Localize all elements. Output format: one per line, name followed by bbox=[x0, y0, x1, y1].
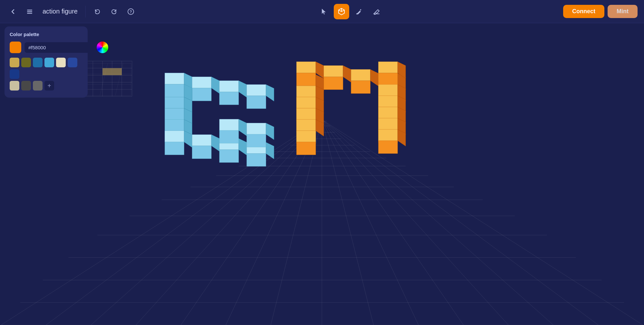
svg-rect-2 bbox=[27, 13, 32, 14]
color-input-row bbox=[10, 42, 82, 53]
svg-marker-54 bbox=[219, 92, 239, 105]
svg-marker-63 bbox=[165, 119, 184, 131]
svg-line-7 bbox=[339, 10, 341, 12]
svg-marker-53 bbox=[219, 81, 239, 92]
swatch-olive[interactable] bbox=[21, 58, 31, 67]
svg-marker-85 bbox=[296, 62, 316, 73]
svg-line-18 bbox=[322, 119, 373, 325]
svg-marker-91 bbox=[296, 97, 316, 108]
redo-button[interactable] bbox=[108, 5, 120, 18]
hex-input[interactable] bbox=[24, 42, 93, 53]
swatch-navy[interactable] bbox=[68, 58, 77, 67]
svg-point-9 bbox=[356, 13, 358, 14]
erase-tool[interactable] bbox=[369, 4, 384, 19]
svg-marker-112 bbox=[378, 62, 398, 73]
svg-marker-58 bbox=[266, 84, 274, 101]
svg-marker-113 bbox=[378, 73, 398, 86]
svg-marker-124 bbox=[378, 118, 398, 129]
color-wheel-button[interactable] bbox=[97, 42, 108, 53]
current-color-swatch[interactable] bbox=[10, 42, 21, 53]
svg-marker-107 bbox=[351, 81, 370, 93]
svg-marker-48 bbox=[165, 84, 184, 97]
svg-marker-47 bbox=[165, 73, 184, 84]
thumbnail-preview bbox=[83, 61, 132, 97]
swatch-blue-dark[interactable] bbox=[33, 58, 43, 67]
svg-marker-68 bbox=[165, 142, 184, 155]
svg-marker-78 bbox=[266, 142, 274, 159]
toolbar: action figure ? bbox=[0, 0, 644, 23]
svg-marker-61 bbox=[165, 108, 184, 119]
svg-marker-70 bbox=[192, 135, 211, 146]
connect-button[interactable]: Connect bbox=[563, 5, 604, 18]
swatch-golden[interactable] bbox=[10, 58, 19, 67]
swatch-gray[interactable] bbox=[33, 81, 43, 91]
svg-marker-79 bbox=[219, 119, 239, 130]
svg-marker-52 bbox=[211, 77, 219, 93]
svg-marker-51 bbox=[192, 88, 211, 101]
svg-marker-82 bbox=[247, 123, 266, 134]
svg-marker-55 bbox=[239, 81, 247, 97]
palette-swatches-2: + bbox=[10, 81, 82, 91]
swatch-light-blue[interactable] bbox=[44, 58, 54, 67]
paint-tool[interactable] bbox=[351, 4, 367, 19]
svg-marker-80 bbox=[219, 130, 239, 143]
letter-g bbox=[165, 73, 274, 167]
svg-marker-86 bbox=[296, 73, 316, 86]
select-tool[interactable] bbox=[316, 4, 332, 19]
svg-marker-72 bbox=[211, 135, 219, 151]
cube-tool[interactable] bbox=[334, 4, 349, 19]
svg-rect-1 bbox=[27, 11, 32, 12]
svg-marker-75 bbox=[239, 139, 247, 155]
add-color-button[interactable]: + bbox=[44, 81, 54, 91]
svg-marker-115 bbox=[378, 84, 398, 96]
toolbar-center bbox=[141, 4, 559, 19]
back-button[interactable] bbox=[6, 5, 19, 18]
svg-marker-83 bbox=[247, 134, 266, 147]
project-name: action figure bbox=[40, 8, 80, 15]
swatch-dark-gray[interactable] bbox=[21, 81, 31, 91]
undo-button[interactable] bbox=[91, 5, 104, 18]
svg-marker-103 bbox=[324, 66, 343, 77]
svg-marker-74 bbox=[219, 150, 239, 163]
menu-button[interactable] bbox=[23, 5, 36, 18]
svg-marker-97 bbox=[296, 119, 316, 131]
svg-rect-0 bbox=[27, 10, 32, 11]
svg-rect-130 bbox=[83, 61, 132, 97]
svg-marker-50 bbox=[192, 77, 211, 88]
svg-marker-108 bbox=[370, 70, 379, 86]
swatch-deep-navy[interactable] bbox=[10, 69, 19, 79]
svg-rect-144 bbox=[112, 68, 122, 75]
color-palette-panel: Color palette + bbox=[5, 26, 88, 98]
svg-marker-100 bbox=[296, 131, 316, 142]
svg-marker-59 bbox=[165, 97, 184, 108]
svg-line-21 bbox=[322, 119, 508, 325]
swatch-light-tan[interactable] bbox=[10, 81, 19, 91]
palette-swatches bbox=[10, 58, 82, 79]
svg-marker-121 bbox=[378, 107, 398, 118]
panel-title: Color palette bbox=[10, 32, 82, 37]
svg-line-8 bbox=[341, 10, 344, 12]
svg-marker-88 bbox=[296, 86, 316, 97]
toolbar-left: action figure ? bbox=[6, 5, 137, 18]
svg-line-22 bbox=[322, 119, 553, 325]
divider-1 bbox=[85, 6, 86, 17]
svg-marker-128 bbox=[378, 141, 398, 154]
svg-marker-81 bbox=[239, 119, 247, 136]
help-button[interactable]: ? bbox=[124, 5, 137, 18]
svg-marker-84 bbox=[266, 123, 274, 140]
svg-rect-143 bbox=[102, 68, 112, 75]
swatch-cream[interactable] bbox=[56, 58, 66, 67]
svg-marker-56 bbox=[247, 84, 266, 96]
svg-marker-57 bbox=[247, 96, 266, 109]
svg-marker-77 bbox=[247, 154, 266, 167]
mint-button[interactable]: Mint bbox=[608, 5, 638, 18]
svg-text:?: ? bbox=[130, 10, 132, 14]
canvas-area[interactable] bbox=[0, 23, 644, 325]
svg-marker-101 bbox=[296, 142, 316, 155]
letter-m bbox=[296, 62, 406, 155]
svg-marker-106 bbox=[351, 70, 370, 81]
svg-marker-127 bbox=[378, 129, 398, 141]
svg-marker-118 bbox=[378, 96, 398, 107]
svg-marker-71 bbox=[192, 146, 211, 159]
svg-marker-67 bbox=[165, 131, 184, 142]
